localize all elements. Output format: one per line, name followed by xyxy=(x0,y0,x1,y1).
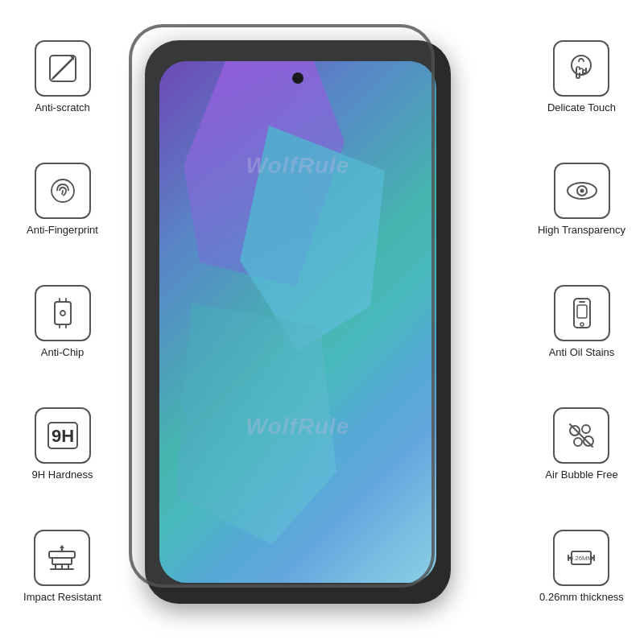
delicate-touch-icon-box xyxy=(553,40,609,97)
anti-fingerprint-label: Anti-Fingerprint xyxy=(27,224,98,237)
svg-point-31 xyxy=(574,438,582,446)
impact-icon xyxy=(44,540,80,576)
9h-hardness-label: 9H Hardness xyxy=(32,469,93,482)
high-transparency-label: High Transparency xyxy=(538,224,625,237)
bubbles-icon xyxy=(564,418,599,453)
anti-oil-stains-label: Anti Oil Stains xyxy=(549,346,615,360)
feature-anti-scratch: Anti-scratch xyxy=(35,40,91,115)
high-transparency-icon-box xyxy=(554,163,610,219)
svg-rect-5 xyxy=(55,302,71,324)
feature-9h-hardness: 9H 9H Hardness xyxy=(32,407,93,482)
delicate-touch-label: Delicate Touch xyxy=(547,101,616,115)
svg-point-26 xyxy=(580,323,584,326)
feature-thickness: 0.26MM 0.26mm thickness xyxy=(539,530,624,605)
svg-point-32 xyxy=(584,436,593,446)
svg-rect-28 xyxy=(577,305,587,318)
feature-delicate-touch: Delicate Touch xyxy=(547,40,616,115)
fingerprint-icon xyxy=(45,173,80,208)
camera-hole xyxy=(292,72,303,84)
feature-air-bubble-free: Air Bubble Free xyxy=(545,407,617,482)
touch-icon xyxy=(564,51,599,86)
main-container: Anti-scratch Anti-Fingerprint xyxy=(0,0,644,644)
svg-text:0.26MM: 0.26MM xyxy=(570,555,593,562)
feature-anti-fingerprint: Anti-Fingerprint xyxy=(27,163,98,237)
thickness-icon: 0.26MM xyxy=(564,540,599,576)
impact-resistant-label: Impact Resistant xyxy=(23,591,101,605)
eye-icon xyxy=(564,173,600,208)
thickness-icon-box: 0.26MM xyxy=(553,530,609,586)
features-right: Delicate Touch High Transparency xyxy=(519,0,644,644)
glass-protector-overlay xyxy=(129,24,435,588)
phone-small-icon xyxy=(564,295,600,331)
anti-scratch-label: Anti-scratch xyxy=(35,101,90,115)
svg-text:9H: 9H xyxy=(51,426,73,446)
feature-anti-chip: Anti-Chip xyxy=(35,285,91,360)
anti-scratch-icon-box xyxy=(35,40,91,97)
anti-oil-icon-box xyxy=(554,285,610,341)
svg-point-10 xyxy=(60,311,65,316)
9h-icon-box: 9H xyxy=(35,407,91,464)
scratch-icon xyxy=(45,51,80,86)
anti-chip-label: Anti-Chip xyxy=(41,346,84,360)
impact-icon-box xyxy=(34,530,90,586)
svg-rect-14 xyxy=(52,558,72,564)
svg-point-30 xyxy=(582,425,590,433)
air-bubble-free-label: Air Bubble Free xyxy=(545,469,617,482)
anti-chip-icon-box xyxy=(35,285,91,341)
air-bubble-icon-box xyxy=(553,407,609,464)
svg-point-24 xyxy=(580,188,584,192)
phone-area: WolfRule WolfRule xyxy=(129,24,467,620)
feature-high-transparency: High Transparency xyxy=(538,163,625,237)
svg-point-29 xyxy=(570,426,580,436)
features-left: Anti-scratch Anti-Fingerprint xyxy=(0,0,125,644)
svg-marker-20 xyxy=(60,545,64,548)
chip-icon xyxy=(45,295,80,331)
thickness-label: 0.26mm thickness xyxy=(539,591,624,605)
feature-impact-resistant: Impact Resistant xyxy=(23,530,101,605)
9h-icon: 9H xyxy=(45,418,80,453)
feature-anti-oil-stains: Anti Oil Stains xyxy=(549,285,615,360)
anti-fingerprint-icon-box xyxy=(35,163,91,219)
